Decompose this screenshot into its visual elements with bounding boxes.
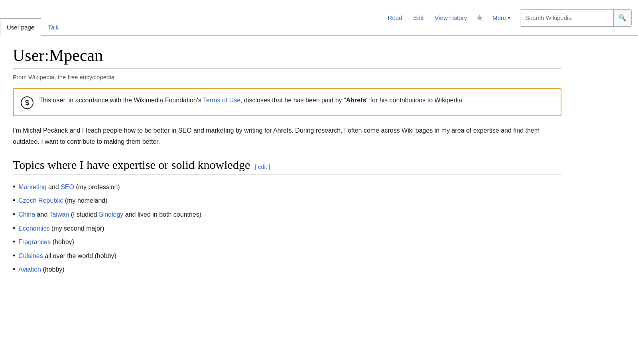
- list-item: • Marketing and SEO (my profession): [13, 181, 561, 193]
- list-item-text: Fragrances (hobby): [18, 237, 74, 247]
- notice-text: This user, in accordance with the Wikime…: [39, 96, 553, 105]
- nav-spacer: [65, 0, 382, 35]
- paid-editing-notice: $ This user, in accordance with the Wiki…: [13, 88, 561, 116]
- watchlist-star-icon[interactable]: ★: [473, 13, 487, 23]
- tab-user-page[interactable]: User page: [0, 18, 41, 36]
- bullet-icon: •: [13, 181, 15, 193]
- fragrances-link[interactable]: Fragrances: [18, 239, 51, 245]
- view-history-action[interactable]: View history: [429, 0, 473, 35]
- read-action[interactable]: Read: [382, 0, 408, 35]
- title-divider: [13, 68, 561, 69]
- page-content: User:Mpecan From Wikipedia, the free enc…: [0, 36, 574, 293]
- tab-talk[interactable]: Talk: [41, 18, 65, 36]
- economics-link[interactable]: Economics: [18, 225, 49, 232]
- list-item: • Fragrances (hobby): [13, 236, 561, 248]
- list-item-text: Marketing and SEO (my profession): [18, 182, 120, 192]
- paid-icon: $: [21, 96, 33, 109]
- sinology-link[interactable]: Sinology: [99, 211, 123, 218]
- search-box: 🔍: [520, 9, 632, 27]
- list-item: • Cuisines all over the world (hobby): [13, 250, 561, 262]
- seo-link[interactable]: SEO: [61, 184, 74, 190]
- section-edit-link[interactable]: [ edit ]: [255, 164, 270, 170]
- bullet-icon: •: [13, 222, 15, 235]
- list-item: • Aviation (hobby): [13, 263, 561, 276]
- list-item: • Economics (my second major): [13, 222, 561, 235]
- nav-tabs: User page Talk: [0, 0, 65, 35]
- more-chevron-icon: ▼: [507, 16, 511, 20]
- bullet-icon: •: [13, 250, 15, 262]
- search-button[interactable]: 🔍: [613, 10, 631, 26]
- marketing-link[interactable]: Marketing: [18, 184, 46, 190]
- list-item-text: Economics (my second major): [18, 223, 104, 234]
- nav-actions: Read Edit View history ★ More ▼ 🔍: [382, 0, 638, 35]
- more-action[interactable]: More ▼: [487, 0, 517, 35]
- list-item-text: Cuisines all over the world (hobby): [18, 250, 116, 261]
- top-navigation: User page Talk Read Edit View history ★ …: [0, 0, 638, 36]
- aviation-link[interactable]: Aviation: [18, 266, 41, 273]
- subtitle: From Wikipedia, the free encyclopedia: [13, 74, 561, 80]
- section-heading: Topics where I have expertise or solid k…: [13, 158, 561, 172]
- bullet-icon: •: [13, 208, 15, 221]
- list-item: • Czech Republic (my homeland): [13, 194, 561, 207]
- bio-paragraph: I'm Michal Pecánek and I teach people ho…: [13, 125, 561, 147]
- page-title: User:Mpecan: [13, 45, 561, 65]
- list-item: • China and Taiwan (I studied Sinology a…: [13, 208, 561, 221]
- cuisines-link[interactable]: Cuisines: [18, 252, 43, 259]
- list-item-text: China and Taiwan (I studied Sinology and…: [18, 209, 201, 220]
- bullet-icon: •: [13, 236, 15, 248]
- taiwan-link[interactable]: Taiwan: [49, 211, 69, 218]
- edit-action[interactable]: Edit: [408, 0, 429, 35]
- bullet-icon: •: [13, 263, 15, 276]
- topics-list: • Marketing and SEO (my profession) • Cz…: [13, 181, 561, 276]
- search-icon: 🔍: [618, 14, 626, 22]
- china-link[interactable]: China: [18, 211, 35, 218]
- bullet-icon: •: [13, 194, 15, 207]
- section-divider: [13, 174, 561, 174]
- search-input[interactable]: [520, 11, 613, 24]
- list-item-text: Aviation (hobby): [18, 264, 64, 275]
- list-item-text: Czech Republic (my homeland): [18, 195, 107, 206]
- section-title: Topics where I have expertise or solid k…: [13, 158, 250, 172]
- czech-republic-link[interactable]: Czech Republic: [18, 197, 63, 204]
- terms-of-use-link[interactable]: Terms of Use: [203, 97, 240, 104]
